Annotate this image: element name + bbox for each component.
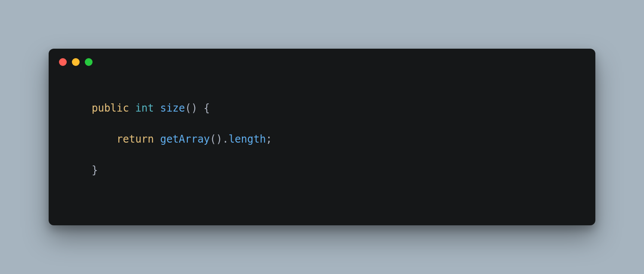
type-int: int [135,102,154,114]
func-size: size [160,102,185,114]
code-area: public int size() { return getArray().le… [49,66,595,195]
keyword-public: public [92,102,129,114]
code-line: return getArray().length; [92,131,578,147]
close-brace: } [92,164,98,176]
punct: . [222,133,228,145]
close-icon[interactable] [59,58,67,66]
code-line: public int size() { [92,100,578,116]
titlebar [49,49,595,66]
minimize-icon[interactable] [72,58,80,66]
punct: () [210,133,223,145]
punct: ; [266,133,272,145]
code-line: } [92,162,578,178]
punct: () { [185,102,210,114]
maximize-icon[interactable] [85,58,93,66]
code-window: public int size() { return getArray().le… [49,49,595,225]
func-getArray: getArray [160,133,210,145]
code-line [92,116,578,131]
code-line [92,147,578,162]
keyword-return: return [117,133,154,145]
prop-length: length [229,133,266,145]
